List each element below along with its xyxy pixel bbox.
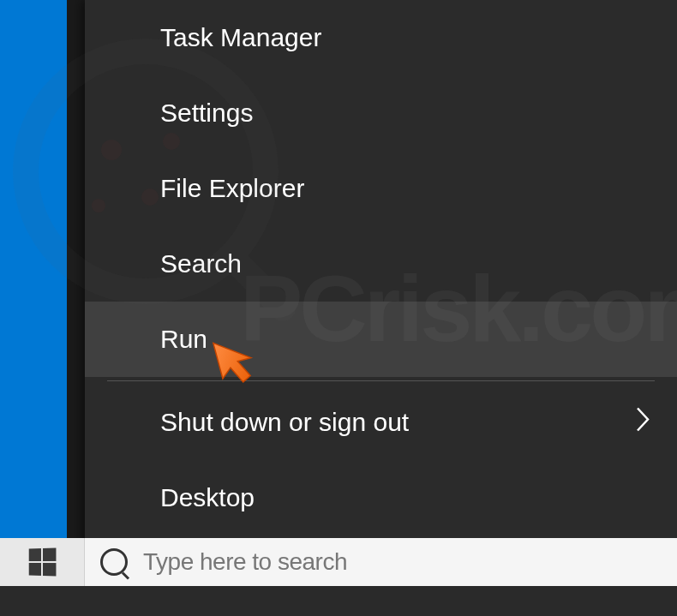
menu-item-task-manager[interactable]: Task Manager	[85, 0, 677, 75]
search-placeholder: Type here to search	[143, 548, 347, 576]
menu-item-file-explorer[interactable]: File Explorer	[85, 151, 677, 226]
winx-context-menu: Task Manager Settings File Explorer Sear…	[85, 0, 677, 564]
taskbar-search-box[interactable]: Type here to search	[84, 538, 677, 586]
menu-item-run[interactable]: Run	[85, 302, 677, 377]
chevron-right-icon	[636, 407, 651, 439]
taskbar: Type here to search	[0, 538, 677, 586]
menu-item-desktop[interactable]: Desktop	[85, 460, 677, 535]
menu-item-label: Run	[160, 325, 207, 354]
desktop-bottom-strip	[0, 586, 677, 616]
menu-item-label: File Explorer	[160, 174, 304, 203]
menu-item-label: Shut down or sign out	[160, 408, 409, 437]
menu-item-shut-down-sign-out[interactable]: Shut down or sign out	[85, 385, 677, 460]
menu-item-label: Settings	[160, 99, 253, 128]
menu-item-label: Search	[160, 249, 242, 278]
start-button[interactable]	[0, 538, 84, 586]
windows-logo-icon	[29, 547, 57, 576]
menu-item-label: Desktop	[160, 483, 255, 512]
menu-item-label: Task Manager	[160, 23, 321, 52]
search-icon	[100, 548, 128, 576]
menu-divider	[107, 380, 655, 381]
menu-item-search[interactable]: Search	[85, 226, 677, 302]
desktop-background-left	[0, 0, 67, 538]
menu-item-settings[interactable]: Settings	[85, 75, 677, 151]
